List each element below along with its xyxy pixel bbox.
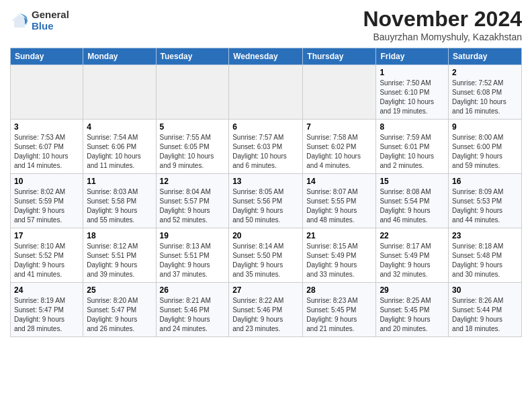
- day-number: 6: [232, 122, 299, 132]
- day-info: Sunrise: 8:12 AM Sunset: 5:51 PM Dayligh…: [87, 242, 152, 279]
- calendar-cell: 4Sunrise: 7:54 AM Sunset: 6:06 PM Daylig…: [83, 120, 156, 174]
- day-info: Sunrise: 8:25 AM Sunset: 5:45 PM Dayligh…: [380, 296, 445, 334]
- calendar-cell: 22Sunrise: 8:17 AM Sunset: 5:49 PM Dayli…: [376, 228, 449, 283]
- day-info: Sunrise: 7:58 AM Sunset: 6:02 PM Dayligh…: [306, 133, 372, 171]
- calendar-cell: [229, 65, 303, 120]
- calendar-week-row: 1Sunrise: 7:50 AM Sunset: 6:10 PM Daylig…: [11, 65, 522, 120]
- calendar-cell: 8Sunrise: 7:59 AM Sunset: 6:01 PM Daylig…: [376, 120, 449, 174]
- day-info: Sunrise: 7:53 AM Sunset: 6:07 PM Dayligh…: [14, 133, 79, 171]
- day-number: 16: [452, 177, 518, 186]
- day-info: Sunrise: 7:50 AM Sunset: 6:10 PM Dayligh…: [380, 79, 445, 116]
- day-number: 11: [87, 177, 152, 186]
- calendar-cell: 1Sunrise: 7:50 AM Sunset: 6:10 PM Daylig…: [376, 65, 449, 120]
- calendar-header: SundayMondayTuesdayWednesdayThursdayFrid…: [11, 48, 522, 65]
- day-info: Sunrise: 7:55 AM Sunset: 6:05 PM Dayligh…: [160, 133, 226, 171]
- calendar-cell: 18Sunrise: 8:12 AM Sunset: 5:51 PM Dayli…: [83, 228, 156, 283]
- calendar-body: 1Sunrise: 7:50 AM Sunset: 6:10 PM Daylig…: [11, 65, 522, 337]
- calendar-cell: 20Sunrise: 8:14 AM Sunset: 5:50 PM Dayli…: [229, 228, 303, 283]
- day-number: 19: [160, 231, 226, 240]
- calendar-week-row: 17Sunrise: 8:10 AM Sunset: 5:52 PM Dayli…: [11, 228, 522, 283]
- calendar-cell: 23Sunrise: 8:18 AM Sunset: 5:48 PM Dayli…: [449, 228, 522, 283]
- calendar-cell: 30Sunrise: 8:26 AM Sunset: 5:44 PM Dayli…: [449, 283, 522, 337]
- month-title: November 2024: [363, 7, 522, 32]
- day-number: 3: [14, 122, 79, 132]
- calendar-cell: 24Sunrise: 8:19 AM Sunset: 5:47 PM Dayli…: [11, 283, 83, 337]
- calendar-cell: 3Sunrise: 7:53 AM Sunset: 6:07 PM Daylig…: [11, 120, 83, 174]
- weekday-header: Tuesday: [156, 48, 229, 65]
- calendar-cell: 26Sunrise: 8:21 AM Sunset: 5:46 PM Dayli…: [156, 283, 229, 337]
- day-info: Sunrise: 7:57 AM Sunset: 6:03 PM Dayligh…: [232, 133, 299, 171]
- calendar-cell: 28Sunrise: 8:23 AM Sunset: 5:45 PM Dayli…: [303, 283, 376, 337]
- day-number: 13: [232, 177, 299, 186]
- day-info: Sunrise: 8:22 AM Sunset: 5:46 PM Dayligh…: [232, 296, 299, 334]
- calendar-cell: 16Sunrise: 8:09 AM Sunset: 5:53 PM Dayli…: [449, 174, 522, 228]
- day-number: 7: [306, 122, 372, 132]
- location-title: Bauyrzhan Momyshuly, Kazakhstan: [363, 32, 522, 42]
- day-number: 5: [160, 122, 226, 132]
- day-info: Sunrise: 8:04 AM Sunset: 5:57 PM Dayligh…: [160, 187, 226, 225]
- calendar: SundayMondayTuesdayWednesdayThursdayFrid…: [10, 48, 522, 337]
- day-info: Sunrise: 8:10 AM Sunset: 5:52 PM Dayligh…: [14, 242, 79, 279]
- day-number: 4: [87, 122, 152, 132]
- calendar-cell: 17Sunrise: 8:10 AM Sunset: 5:52 PM Dayli…: [11, 228, 83, 283]
- logo: General Blue: [10, 9, 69, 32]
- logo-icon: [10, 11, 29, 30]
- logo-blue: Blue: [32, 21, 69, 32]
- calendar-cell: [83, 65, 156, 120]
- calendar-cell: 21Sunrise: 8:15 AM Sunset: 5:49 PM Dayli…: [303, 228, 376, 283]
- calendar-cell: [156, 65, 229, 120]
- calendar-cell: [303, 65, 376, 120]
- day-info: Sunrise: 8:26 AM Sunset: 5:44 PM Dayligh…: [452, 296, 518, 334]
- calendar-cell: 5Sunrise: 7:55 AM Sunset: 6:05 PM Daylig…: [156, 120, 229, 174]
- calendar-cell: 25Sunrise: 8:20 AM Sunset: 5:47 PM Dayli…: [83, 283, 156, 337]
- day-number: 26: [160, 285, 226, 295]
- logo-general: General: [32, 9, 69, 21]
- day-info: Sunrise: 8:00 AM Sunset: 6:00 PM Dayligh…: [452, 133, 518, 171]
- calendar-cell: 29Sunrise: 8:25 AM Sunset: 5:45 PM Dayli…: [376, 283, 449, 337]
- day-info: Sunrise: 8:21 AM Sunset: 5:46 PM Dayligh…: [160, 296, 226, 334]
- calendar-cell: [11, 65, 83, 120]
- day-info: Sunrise: 8:19 AM Sunset: 5:47 PM Dayligh…: [14, 296, 79, 334]
- day-number: 21: [306, 231, 372, 240]
- day-info: Sunrise: 8:18 AM Sunset: 5:48 PM Dayligh…: [452, 242, 518, 279]
- day-info: Sunrise: 8:15 AM Sunset: 5:49 PM Dayligh…: [306, 242, 372, 279]
- logo-text: General Blue: [32, 9, 69, 32]
- calendar-cell: 13Sunrise: 8:05 AM Sunset: 5:56 PM Dayli…: [229, 174, 303, 228]
- day-info: Sunrise: 8:23 AM Sunset: 5:45 PM Dayligh…: [306, 296, 372, 334]
- day-info: Sunrise: 8:14 AM Sunset: 5:50 PM Dayligh…: [232, 242, 299, 279]
- page-header: General Blue November 2024 Bauyrzhan Mom…: [10, 7, 522, 42]
- day-number: 12: [160, 177, 226, 186]
- day-info: Sunrise: 8:17 AM Sunset: 5:49 PM Dayligh…: [380, 242, 445, 279]
- day-number: 23: [452, 231, 518, 240]
- day-number: 20: [232, 231, 299, 240]
- calendar-cell: 11Sunrise: 8:03 AM Sunset: 5:58 PM Dayli…: [83, 174, 156, 228]
- day-info: Sunrise: 8:13 AM Sunset: 5:51 PM Dayligh…: [160, 242, 226, 279]
- weekday-header: Sunday: [11, 48, 83, 65]
- day-number: 1: [380, 68, 445, 77]
- calendar-cell: 12Sunrise: 8:04 AM Sunset: 5:57 PM Dayli…: [156, 174, 229, 228]
- day-info: Sunrise: 7:52 AM Sunset: 6:08 PM Dayligh…: [452, 79, 518, 116]
- calendar-cell: 15Sunrise: 8:08 AM Sunset: 5:54 PM Dayli…: [376, 174, 449, 228]
- calendar-cell: 19Sunrise: 8:13 AM Sunset: 5:51 PM Dayli…: [156, 228, 229, 283]
- calendar-cell: 14Sunrise: 8:07 AM Sunset: 5:55 PM Dayli…: [303, 174, 376, 228]
- day-number: 24: [14, 285, 79, 295]
- day-number: 15: [380, 177, 445, 186]
- weekday-header: Monday: [83, 48, 156, 65]
- day-number: 29: [380, 285, 445, 295]
- weekday-header: Saturday: [449, 48, 522, 65]
- day-number: 9: [452, 122, 518, 132]
- day-info: Sunrise: 8:08 AM Sunset: 5:54 PM Dayligh…: [380, 187, 445, 225]
- day-number: 8: [380, 122, 445, 132]
- day-number: 18: [87, 231, 152, 240]
- day-info: Sunrise: 8:20 AM Sunset: 5:47 PM Dayligh…: [87, 296, 152, 334]
- calendar-cell: 7Sunrise: 7:58 AM Sunset: 6:02 PM Daylig…: [303, 120, 376, 174]
- calendar-cell: 10Sunrise: 8:02 AM Sunset: 5:59 PM Dayli…: [11, 174, 83, 228]
- calendar-week-row: 3Sunrise: 7:53 AM Sunset: 6:07 PM Daylig…: [11, 120, 522, 174]
- day-info: Sunrise: 8:05 AM Sunset: 5:56 PM Dayligh…: [232, 187, 299, 225]
- day-number: 30: [452, 285, 518, 295]
- day-info: Sunrise: 7:59 AM Sunset: 6:01 PM Dayligh…: [380, 133, 445, 171]
- weekday-row: SundayMondayTuesdayWednesdayThursdayFrid…: [11, 48, 522, 65]
- weekday-header: Thursday: [303, 48, 376, 65]
- day-number: 27: [232, 285, 299, 295]
- calendar-week-row: 24Sunrise: 8:19 AM Sunset: 5:47 PM Dayli…: [11, 283, 522, 337]
